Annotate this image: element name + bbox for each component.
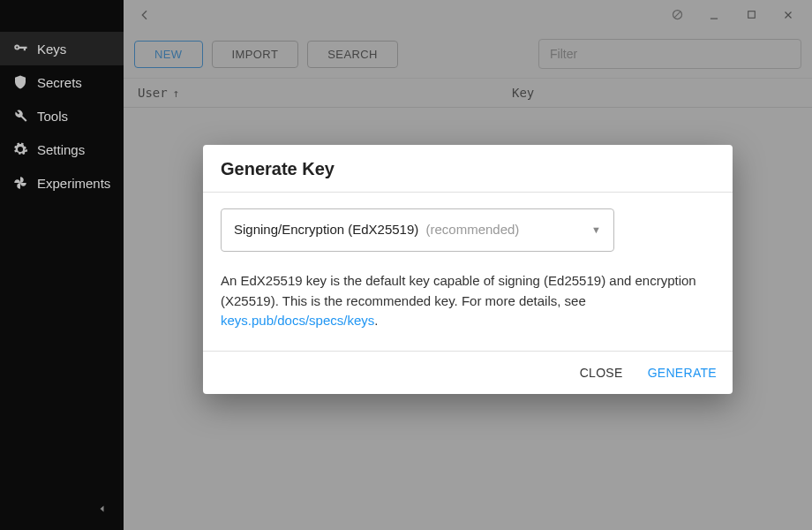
modal-overlay[interactable]: Generate Key Signing/Encryption (EdX2551… bbox=[124, 0, 812, 530]
sidebar-item-label: Keys bbox=[37, 42, 66, 57]
sidebar-item-tools[interactable]: Tools bbox=[0, 99, 124, 132]
dialog-actions: CLOSE GENERATE bbox=[203, 351, 733, 394]
sidebar-item-secrets[interactable]: Secrets bbox=[0, 65, 124, 99]
sidebar-item-label: Settings bbox=[37, 142, 85, 157]
generate-key-dialog: Generate Key Signing/Encryption (EdX2551… bbox=[203, 145, 733, 394]
sidebar-item-experiments[interactable]: Experiments bbox=[0, 166, 124, 200]
wrench-icon bbox=[12, 108, 28, 124]
generate-button[interactable]: GENERATE bbox=[648, 366, 717, 380]
sidebar-item-label: Secrets bbox=[37, 75, 82, 90]
dialog-title: Generate Key bbox=[221, 159, 715, 179]
key-type-select[interactable]: Signing/Encryption (EdX25519) (recommend… bbox=[221, 208, 614, 252]
gear-icon bbox=[12, 141, 28, 157]
dialog-header: Generate Key bbox=[203, 145, 733, 193]
key-type-label: Signing/Encryption (EdX25519) (recommend… bbox=[234, 222, 519, 237]
pinwheel-icon bbox=[12, 175, 28, 191]
docs-link[interactable]: keys.pub/docs/specs/keys bbox=[221, 313, 374, 328]
close-dialog-button[interactable]: CLOSE bbox=[580, 366, 623, 380]
shield-icon bbox=[12, 74, 28, 90]
dialog-description: An EdX25519 key is the default key capab… bbox=[221, 271, 715, 331]
chevron-down-icon: ▼ bbox=[591, 224, 601, 235]
sidebar-item-settings[interactable]: Settings bbox=[0, 132, 124, 166]
dialog-body: Signing/Encryption (EdX25519) (recommend… bbox=[203, 193, 733, 351]
sidebar-item-label: Tools bbox=[37, 109, 68, 124]
sidebar-collapse-button[interactable] bbox=[97, 502, 108, 518]
sidebar-item-label: Experiments bbox=[37, 176, 110, 191]
key-icon bbox=[12, 41, 28, 57]
sidebar: Keys Secrets Tools Settings Experiments bbox=[0, 0, 124, 530]
sidebar-item-keys[interactable]: Keys bbox=[0, 32, 124, 65]
